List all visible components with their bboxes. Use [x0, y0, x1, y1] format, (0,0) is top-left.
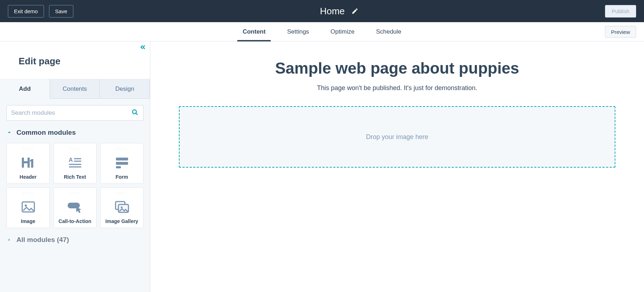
tab-optimize[interactable]: Optimize — [331, 22, 355, 41]
grip-icon: :::::: — [69, 191, 80, 195]
h1-icon — [20, 155, 37, 170]
pencil-icon[interactable] — [351, 8, 358, 15]
cta-icon — [67, 200, 84, 214]
collapse-sidebar-icon[interactable] — [139, 44, 146, 52]
module-cta[interactable]: :::::: Call-to-Action — [53, 187, 97, 228]
canvas: Sample web page about puppies This page … — [150, 41, 644, 292]
module-header[interactable]: :::::: Header — [6, 143, 50, 184]
image-dropzone[interactable]: Drop your image here — [179, 106, 615, 168]
grip-icon: :::::: — [116, 191, 127, 195]
module-label: Rich Text — [64, 174, 86, 180]
svg-rect-9 — [116, 166, 121, 168]
svg-rect-8 — [116, 162, 128, 165]
module-label: Form — [116, 174, 128, 180]
module-rich-text[interactable]: :::::: A Rich Text — [53, 143, 97, 184]
page-title: Home — [320, 6, 345, 17]
sidebar-body: Common modules :::::: Header :::::: A Ri… — [0, 99, 150, 257]
subnav: Content Settings Optimize Schedule Previ… — [0, 22, 644, 41]
canvas-subtitle: This page won't be published. It's just … — [179, 84, 615, 92]
module-label: Header — [20, 174, 36, 180]
sidebar-tab-design[interactable]: Design — [100, 79, 150, 99]
search-input[interactable] — [6, 105, 143, 121]
form-icon — [113, 155, 131, 170]
tab-settings[interactable]: Settings — [287, 22, 309, 41]
sidebar-tabs: Add Contents Design — [0, 79, 150, 99]
svg-line-1 — [136, 113, 137, 115]
sidebar-tab-contents[interactable]: Contents — [50, 79, 100, 99]
grip-icon: :::::: — [116, 147, 127, 151]
module-label: Call-to-Action — [59, 218, 92, 224]
grip-icon: :::::: — [23, 147, 33, 151]
tab-content[interactable]: Content — [243, 22, 265, 41]
svg-point-15 — [121, 206, 122, 208]
svg-rect-7 — [116, 158, 128, 160]
publish-button[interactable]: Publish — [605, 5, 636, 18]
common-modules-section[interactable]: Common modules — [6, 129, 143, 137]
search-icon[interactable] — [131, 109, 138, 117]
grip-icon: :::::: — [23, 191, 33, 195]
module-grid: :::::: Header :::::: A Rich Text :::::: — [6, 143, 143, 228]
module-label: Image Gallery — [106, 218, 138, 224]
svg-text:A: A — [69, 157, 73, 163]
module-label: Image — [21, 218, 35, 224]
sidebar-title: Edit page — [19, 56, 131, 67]
gallery-icon — [113, 200, 131, 214]
sidebar: Edit page Add Contents Design Common mod… — [0, 41, 150, 292]
module-image-gallery[interactable]: :::::: Image Gallery — [100, 187, 143, 228]
tab-schedule[interactable]: Schedule — [376, 22, 401, 41]
save-button[interactable]: Save — [49, 5, 73, 18]
exit-demo-button[interactable]: Exit demo — [8, 5, 44, 18]
section-title: All modules (47) — [16, 236, 69, 244]
richtext-icon: A — [67, 155, 84, 170]
section-title: Common modules — [16, 129, 76, 137]
svg-rect-12 — [68, 203, 80, 208]
caret-down-icon — [6, 130, 12, 135]
workspace: Edit page Add Contents Design Common mod… — [0, 41, 644, 292]
preview-button[interactable]: Preview — [605, 26, 636, 38]
canvas-title: Sample web page about puppies — [179, 59, 615, 77]
module-form[interactable]: :::::: Form — [100, 143, 143, 184]
svg-point-11 — [25, 204, 27, 207]
module-image[interactable]: :::::: Image — [6, 187, 50, 228]
sidebar-header: Edit page — [0, 41, 150, 79]
dropzone-label: Drop your image here — [366, 133, 428, 141]
sidebar-tab-add[interactable]: Add — [0, 79, 50, 99]
topbar: Exit demo Save Home Publish — [0, 0, 644, 22]
all-modules-section[interactable]: All modules (47) — [6, 236, 143, 244]
grip-icon: :::::: — [69, 147, 80, 151]
caret-right-icon — [6, 237, 12, 243]
image-icon — [20, 200, 37, 214]
